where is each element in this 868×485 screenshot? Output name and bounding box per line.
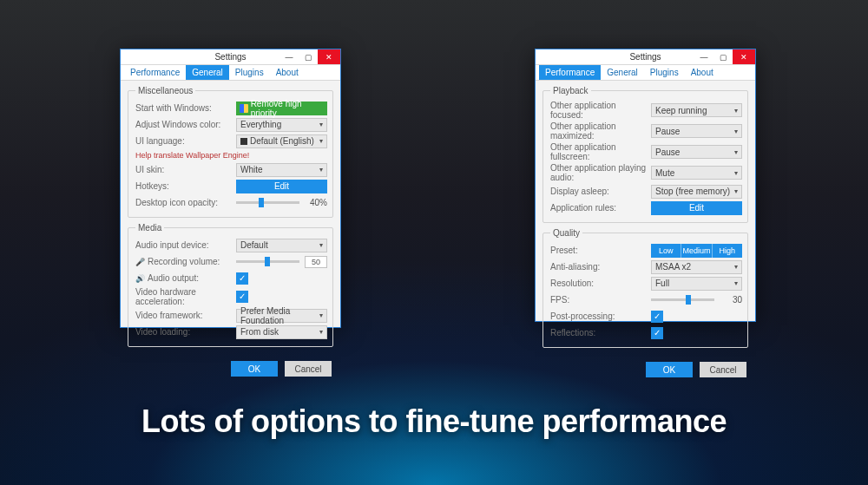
other-maximized-select[interactable]: Pause (651, 124, 742, 138)
shield-icon (240, 104, 248, 113)
video-loading-select[interactable]: From disk (236, 325, 327, 339)
tab-plugins[interactable]: Plugins (229, 65, 270, 80)
ui-language-select[interactable]: Default (English) (236, 134, 327, 148)
label-preset: Preset: (550, 246, 651, 255)
recording-volume-slider[interactable] (236, 260, 299, 263)
close-button[interactable]: ✕ (733, 49, 755, 64)
label-video-framework: Video framework: (135, 311, 236, 320)
label-ui-language: UI language: (135, 136, 236, 146)
antialiasing-select[interactable]: MSAA x2 (651, 260, 742, 274)
group-label: Quality (550, 228, 582, 238)
tab-general[interactable]: General (186, 65, 229, 80)
remove-high-priority-button[interactable]: Remove high priority (236, 102, 327, 115)
cancel-button[interactable]: Cancel (700, 362, 746, 377)
tab-about[interactable]: About (685, 65, 720, 80)
ok-button[interactable]: OK (646, 362, 693, 377)
preset-low[interactable]: Low (651, 244, 681, 258)
tab-about[interactable]: About (270, 65, 305, 80)
display-asleep-select[interactable]: Stop (free memory) (651, 185, 742, 199)
label-audio-input: Audio input device: (135, 240, 236, 250)
label-reflections: Reflections: (550, 328, 651, 338)
dialog-footer: OK Cancel (121, 356, 340, 382)
label-antialiasing: Anti-aliasing: (550, 262, 651, 272)
audio-output-checkbox[interactable] (236, 272, 248, 285)
group-media: Media Audio input device: Default Record… (128, 223, 333, 347)
video-hwaccel-checkbox[interactable] (236, 291, 248, 303)
label-other-audio: Other application playing audio: (550, 163, 651, 182)
titlebar[interactable]: Settings — ▢ ✕ (536, 49, 755, 65)
adjust-color-select[interactable]: Everything (236, 118, 327, 132)
tab-performance[interactable]: Performance (539, 65, 601, 80)
video-framework-select[interactable]: Prefer Media Foundation (236, 309, 327, 323)
label-video-hw-accel: Video hardware acceleration: (135, 287, 236, 306)
label-recording-volume: Recording volume: (135, 257, 236, 266)
other-audio-select[interactable]: Mute (651, 166, 742, 180)
flag-icon (240, 138, 247, 145)
fps-slider[interactable] (651, 298, 714, 301)
fps-value: 30 (720, 295, 742, 305)
icon-opacity-slider[interactable] (236, 201, 299, 204)
maximize-button[interactable]: ▢ (713, 49, 733, 64)
tab-bar: Performance General Plugins About (121, 65, 340, 81)
app-rules-edit-button[interactable]: Edit (651, 201, 742, 215)
group-label: Miscellaneous (135, 86, 195, 95)
preset-segmented-control[interactable]: Low Medium High (651, 244, 742, 258)
icon-opacity-value: 40% (305, 198, 327, 207)
hotkeys-edit-button[interactable]: Edit (236, 180, 327, 193)
tab-plugins[interactable]: Plugins (644, 65, 685, 80)
group-label: Media (135, 223, 164, 233)
label-fps: FPS: (550, 295, 651, 305)
group-miscellaneous: Miscellaneous Start with Windows: Remove… (128, 86, 333, 218)
resolution-select[interactable]: Full (651, 277, 742, 291)
tab-bar: Performance General Plugins About (536, 65, 755, 81)
label-other-fullscreen: Other application fullscreen: (550, 142, 651, 161)
group-playback: Playback Other application focused: Keep… (542, 86, 748, 223)
minimize-button[interactable]: — (694, 49, 713, 64)
preset-high[interactable]: High (713, 244, 742, 258)
tab-performance[interactable]: Performance (124, 65, 186, 80)
label-app-rules: Application rules: (550, 203, 651, 213)
label-ui-skin: UI skin: (135, 165, 236, 174)
other-focused-select[interactable]: Keep running (651, 103, 742, 117)
other-fullscreen-select[interactable]: Pause (651, 145, 742, 159)
label-postprocessing: Post-processing: (550, 311, 651, 321)
caption-text: Lots of options to fine-tune performance (0, 403, 868, 440)
recording-volume-value[interactable]: 50 (305, 256, 327, 268)
ui-skin-select[interactable]: White (236, 163, 327, 177)
label-icon-opacity: Desktop icon opacity: (135, 198, 236, 207)
label-other-focused: Other application focused: (550, 101, 651, 120)
translate-link[interactable]: Help translate Wallpaper Engine! (135, 151, 249, 160)
close-button[interactable]: ✕ (318, 49, 340, 64)
titlebar[interactable]: Settings — ▢ ✕ (121, 49, 340, 65)
group-label: Playback (550, 86, 591, 95)
settings-window-performance: Settings — ▢ ✕ Performance General Plugi… (535, 49, 756, 322)
label-other-maximized: Other application maximized: (550, 121, 651, 141)
dialog-footer: OK Cancel (536, 357, 755, 383)
label-start-with-windows: Start with Windows: (135, 103, 236, 113)
cancel-button[interactable]: Cancel (285, 361, 332, 377)
label-display-asleep: Display asleep: (550, 187, 651, 196)
postprocessing-checkbox[interactable] (651, 311, 663, 323)
settings-window-general: Settings — ▢ ✕ Performance General Plugi… (120, 49, 341, 328)
label-video-loading: Video loading: (135, 327, 236, 337)
label-audio-output: Audio output: (135, 273, 236, 283)
group-quality: Quality Preset: Low Medium High Anti-ali… (542, 228, 748, 348)
preset-medium[interactable]: Medium (681, 244, 712, 258)
reflections-checkbox[interactable] (651, 327, 663, 339)
label-resolution: Resolution: (550, 279, 651, 288)
label-hotkeys: Hotkeys: (135, 181, 236, 191)
minimize-button[interactable]: — (279, 49, 299, 64)
label-adjust-color: Adjust Windows color: (135, 120, 236, 129)
maximize-button[interactable]: ▢ (299, 49, 318, 64)
audio-input-select[interactable]: Default (236, 239, 327, 252)
tab-general[interactable]: General (601, 65, 644, 80)
ok-button[interactable]: OK (231, 361, 278, 377)
